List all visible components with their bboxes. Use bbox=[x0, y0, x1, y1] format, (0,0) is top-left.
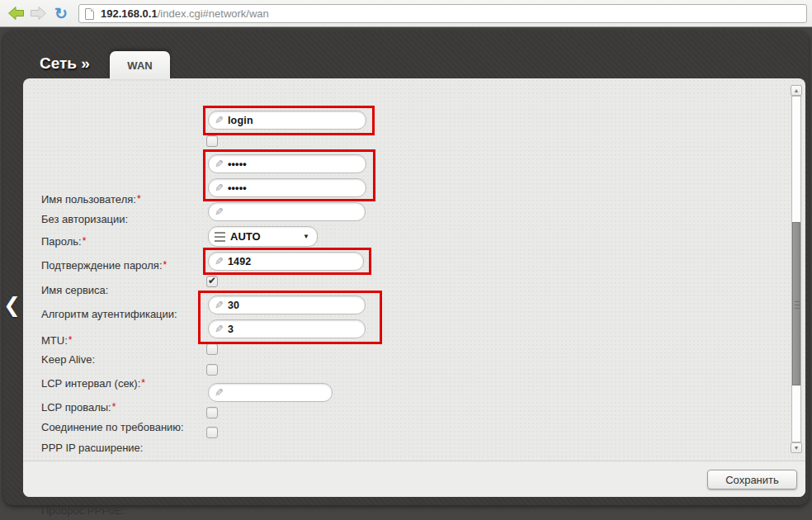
pencil-icon: ✎ bbox=[215, 182, 224, 193]
password-input[interactable]: ✎ ••••• bbox=[208, 154, 366, 173]
keep-alive-checkbox[interactable]: ✔ bbox=[206, 276, 218, 287]
forward-icon[interactable] bbox=[28, 4, 48, 22]
pencil-icon: ✎ bbox=[215, 324, 224, 334]
panel-footer: Сохранить bbox=[23, 461, 805, 497]
label-lcp-fails: LCP провалы:* bbox=[41, 401, 116, 414]
refresh-icon[interactable]: ↻ bbox=[51, 4, 71, 22]
chevron-down-icon: ▼ bbox=[303, 233, 309, 240]
back-icon[interactable] bbox=[6, 4, 26, 22]
label-username: Имя пользователя:* bbox=[41, 193, 141, 206]
pencil-icon: ✎ bbox=[215, 256, 224, 267]
ppp-debug-checkbox[interactable] bbox=[206, 407, 218, 418]
password-confirm-input[interactable]: ✎ ••••• bbox=[208, 178, 366, 197]
label-mtu: MTU:* bbox=[41, 334, 72, 347]
pencil-icon: ✎ bbox=[215, 387, 224, 398]
address-bar[interactable]: 192.168.0.1/index.cgi#network/wan bbox=[78, 4, 807, 23]
list-icon bbox=[215, 232, 225, 242]
scrollbar-grip bbox=[795, 301, 800, 309]
breadcrumb: Сеть » bbox=[40, 54, 90, 73]
scroll-down-icon[interactable]: ▼ bbox=[791, 442, 802, 453]
content-scrollbar[interactable]: ▲ ▼ bbox=[791, 85, 802, 453]
label-password-confirm: Подтверждение пароля:* bbox=[41, 259, 167, 272]
ppp-ip-extension-checkbox[interactable] bbox=[206, 364, 218, 376]
label-keep-alive: Keep Alive: bbox=[41, 353, 95, 366]
mtu-input[interactable]: ✎ 1492 bbox=[208, 252, 364, 271]
page-icon bbox=[85, 8, 94, 20]
service-name-input[interactable]: ✎ bbox=[208, 202, 366, 221]
pppoe-passthrough-checkbox[interactable] bbox=[206, 427, 218, 438]
label-lcp-interval: LCP интервал (сек):* bbox=[41, 377, 145, 390]
username-input[interactable]: ✎ login bbox=[208, 111, 366, 130]
label-service-name: Имя сервиса: bbox=[41, 284, 108, 296]
static-ip-input[interactable]: ✎ bbox=[208, 383, 333, 402]
scroll-up-icon[interactable]: ▲ bbox=[791, 85, 802, 96]
label-dial-on-demand: Соединение по требованию: bbox=[41, 421, 184, 433]
label-auth-algorithm: Алгоритм аутентификации: bbox=[41, 308, 177, 320]
tab-wan[interactable]: WAN bbox=[110, 51, 170, 79]
url-host: 192.168.0.1 bbox=[101, 7, 158, 20]
dial-on-demand-checkbox[interactable] bbox=[206, 343, 218, 355]
wan-settings-panel: Имя пользователя:* Без авторизации: Паро… bbox=[23, 78, 805, 497]
check-icon: ✔ bbox=[208, 276, 216, 286]
scrollbar-track[interactable] bbox=[791, 96, 801, 442]
url-path: /index.cgi#network/wan bbox=[158, 7, 269, 20]
label-pppoe-passthrough: Проброс PPPoE: bbox=[41, 504, 125, 517]
lcp-interval-input[interactable]: ✎ 30 bbox=[208, 295, 366, 314]
label-ppp-ip-extension: PPP IP расширение: bbox=[41, 442, 143, 454]
label-no-auth: Без авторизации: bbox=[41, 213, 128, 225]
pencil-icon: ✎ bbox=[215, 115, 224, 125]
save-button[interactable]: Сохранить bbox=[707, 470, 797, 489]
lcp-fails-input[interactable]: ✎ 3 bbox=[208, 319, 366, 338]
auth-algorithm-select[interactable]: AUTO ▼ bbox=[208, 226, 318, 247]
pencil-icon: ✎ bbox=[215, 158, 224, 169]
pencil-icon: ✎ bbox=[215, 300, 224, 310]
label-password: Пароль:* bbox=[41, 235, 86, 248]
pencil-icon: ✎ bbox=[215, 206, 224, 217]
collapse-menu-icon[interactable]: ❮ bbox=[3, 293, 21, 317]
no-auth-checkbox[interactable] bbox=[206, 135, 218, 147]
scrollbar-thumb[interactable] bbox=[792, 222, 800, 385]
browser-toolbar: ↻ 192.168.0.1/index.cgi#network/wan bbox=[0, 0, 812, 27]
